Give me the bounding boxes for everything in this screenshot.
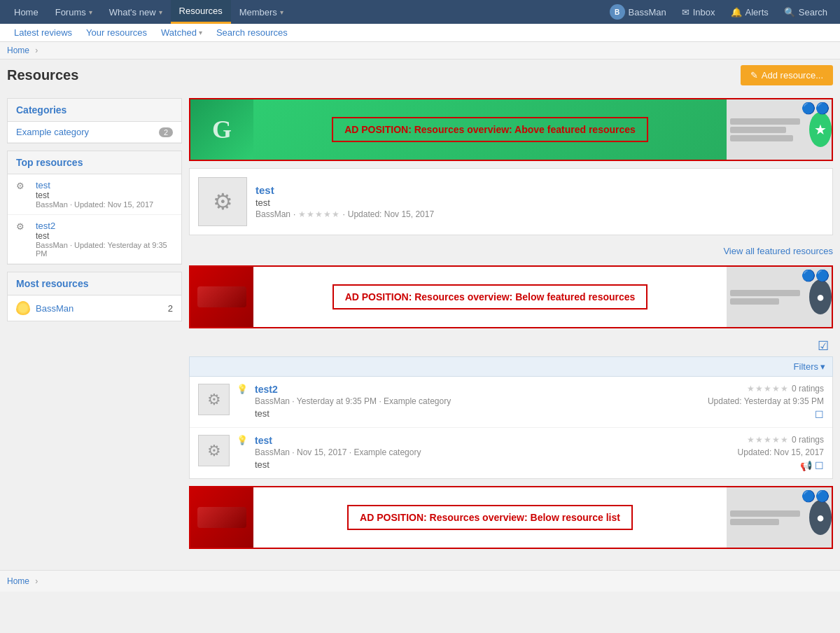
main-container: Categories Example category 2 Top resour…: [0, 91, 840, 563]
whats-new-arrow-icon: ▾: [159, 8, 162, 16]
bottom-breadcrumb-home-link[interactable]: Home: [7, 576, 29, 586]
ad-position-label: AD POSITION: Resources overview: Above f…: [332, 117, 648, 142]
filters-button[interactable]: Filters ▾: [794, 361, 825, 372]
alerts-button[interactable]: 🔔 Alerts: [724, 0, 776, 24]
star-5: ★: [780, 384, 788, 394]
meta-dot: ·: [293, 209, 295, 219]
gear-icon: ⚙: [213, 188, 233, 215]
resource-author: BassMan: [255, 209, 290, 219]
ad-above-featured: G AD POSITION: Resources overview: Above…: [189, 98, 833, 161]
nav-home-label: Home: [14, 7, 38, 18]
subnav-latest-reviews[interactable]: Latest reviews: [7, 24, 79, 42]
breadcrumb-separator: ›: [35, 46, 38, 55]
star-rating: ★ ★ ★ ★ ★: [747, 384, 788, 394]
search-button[interactable]: 🔍 Search: [777, 0, 834, 24]
category-count: 2: [159, 127, 173, 137]
subnav-search-resources[interactable]: Search resources: [209, 24, 295, 42]
star-2: ★: [307, 209, 314, 219]
top-resource-desc: test: [36, 231, 173, 241]
view-all-featured: View all featured resources: [189, 242, 833, 260]
breadcrumb: Home ›: [0, 42, 840, 60]
star-5: ★: [332, 209, 340, 219]
resource-title[interactable]: test: [255, 435, 705, 446]
updated-label: Updated:: [738, 447, 772, 457]
star-3: ★: [764, 435, 771, 445]
user-profile-button[interactable]: B BassMan: [603, 0, 673, 24]
sub-navigation: Latest reviews Your resources Watched ▾ …: [0, 24, 840, 42]
lightbulb-icon: 💡: [237, 435, 248, 445]
page-title: Resources: [7, 67, 78, 83]
star-1: ★: [298, 209, 306, 219]
top-resource-meta: BassMan · Updated: Nov 15, 2017: [36, 200, 153, 209]
view-all-featured-link[interactable]: View all featured resources: [723, 246, 833, 256]
inbox-label: Inbox: [693, 7, 715, 18]
subnav-your-resources-label: Your resources: [86, 27, 147, 38]
lightbulb-icon: 💡: [237, 384, 248, 394]
meta-dot2: ·: [342, 209, 344, 219]
star-4: ★: [772, 384, 780, 394]
star-3: ★: [764, 384, 771, 394]
resource-info: test BassMan · Nov 15, 2017 · Example ca…: [255, 435, 705, 470]
subnav-watched[interactable]: Watched ▾: [154, 24, 209, 42]
resource-info: test2 BassMan · Yesterday at 9:35 PM · E…: [255, 384, 701, 419]
resource-desc: test: [255, 408, 701, 419]
star-1: ★: [747, 435, 755, 445]
updated-row: Updated: Yesterday at 9:35 PM: [708, 396, 824, 406]
inbox-button[interactable]: ✉ Inbox: [675, 0, 722, 24]
star-2: ★: [755, 435, 763, 445]
resource-title[interactable]: test2: [255, 384, 701, 395]
inbox-icon: ✉: [682, 7, 690, 18]
nav-resources[interactable]: Resources: [171, 0, 231, 24]
updated-date: Nov 15, 2017: [774, 447, 824, 457]
star-4: ★: [772, 435, 780, 445]
resource-desc: test: [255, 197, 824, 208]
category-item[interactable]: Example category 2: [8, 122, 181, 143]
top-navigation: Home Forums ▾ What's new ▾ Resources Mem…: [0, 0, 840, 24]
checkbox-icon[interactable]: ☐: [815, 460, 824, 471]
category-label: Example category: [16, 127, 89, 137]
resource-icon-column: 💡: [237, 384, 248, 394]
ad-avatar: ★: [809, 112, 832, 147]
most-user-name[interactable]: BassMan: [36, 303, 162, 314]
sidebar: Categories Example category 2 Top resour…: [7, 98, 182, 328]
list-item: ⚙ 💡 test BassMan · Nov 15, 2017 · Exampl…: [190, 428, 832, 478]
updated-date: Yesterday at 9:35 PM: [744, 396, 824, 406]
subnav-your-resources[interactable]: Your resources: [79, 24, 154, 42]
nav-whats-new[interactable]: What's new ▾: [101, 0, 171, 24]
bottom-breadcrumb: Home ›: [0, 570, 840, 592]
add-resource-button[interactable]: ✎ Add resource...: [741, 65, 833, 85]
most-resources-item: BassMan 2: [8, 295, 181, 321]
alerts-label: Alerts: [746, 7, 769, 18]
star-3: ★: [315, 209, 323, 219]
bulb-icon: [16, 301, 30, 315]
resource-desc: test: [255, 459, 705, 470]
resource-icon-column: 💡: [237, 435, 248, 445]
resource-updated: Updated: Nov 15, 2017: [348, 209, 434, 219]
subnav-latest-reviews-label: Latest reviews: [14, 27, 72, 38]
star-5: ★: [780, 435, 788, 445]
nav-forums[interactable]: Forums ▾: [47, 0, 101, 24]
checkbox-icon[interactable]: ☐: [815, 409, 824, 420]
watched-arrow-icon: ▾: [199, 29, 202, 36]
top-resource-title[interactable]: test: [36, 180, 153, 190]
ad-left-thumbnail: [190, 486, 253, 549]
checkbox-area: ☑: [189, 335, 833, 356]
ad-left-thumbnail: G: [190, 98, 253, 161]
star-rating: ★ ★ ★ ★ ★: [747, 435, 788, 445]
nav-members[interactable]: Members ▾: [231, 0, 292, 24]
resource-thumbnail: ⚙: [198, 384, 230, 415]
nav-whats-new-label: What's new: [109, 7, 156, 18]
filters-arrow-icon: ▾: [820, 361, 825, 372]
nav-home[interactable]: Home: [6, 0, 47, 24]
top-resource-title[interactable]: test2: [36, 221, 173, 231]
nav-members-label: Members: [239, 7, 277, 18]
resource-thumbnail: ⚙: [198, 177, 247, 226]
breadcrumb-home-link[interactable]: Home: [7, 46, 29, 55]
gear-icon: ⚙: [207, 391, 221, 409]
list-item: ⚙ 💡 test2 BassMan · Yesterday at 9:35 PM…: [190, 377, 832, 428]
resource-title[interactable]: test: [255, 184, 824, 196]
check-icon[interactable]: ☑: [818, 338, 829, 354]
alerts-icon: 🔔: [731, 7, 742, 18]
ad-below-featured: AD POSITION: Resources overview: Below f…: [189, 265, 833, 328]
members-arrow-icon: ▾: [280, 8, 284, 16]
